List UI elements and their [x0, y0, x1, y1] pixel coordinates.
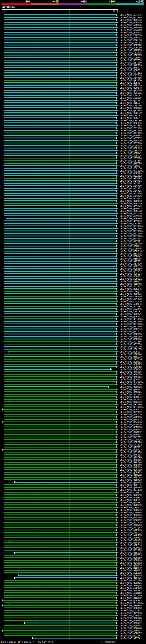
svg-text:UniRef100_Q6BS28: UniRef100_Q6BS28	[120, 356, 142, 358]
svg-text:UniRef100_C5FW18: UniRef100_C5FW18	[120, 614, 142, 617]
svg-text:UniRef100_C8CLR4: UniRef100_C8CLR4	[120, 117, 142, 120]
svg-text:UniRef100_B6DDR9: UniRef100_B6DDR9	[120, 567, 142, 569]
svg-text:172|: 172|	[113, 10, 118, 13]
svg-text:UniRef100_C4WSN2: UniRef100_C4WSN2	[120, 431, 142, 434]
svg-text:UniRef100_A7PXN6: UniRef100_A7PXN6	[120, 416, 142, 418]
svg-text:-: -	[34, 641, 35, 644]
svg-text:UniRef100_C5KTP9: UniRef100_C5KTP9	[120, 150, 142, 152]
svg-text:UniRef100_Q4UIP3: UniRef100_Q4UIP3	[120, 428, 142, 431]
svg-text:UniRef100_A8NSW2: UniRef100_A8NSW2	[120, 152, 142, 155]
svg-text:UniRef100_A9PCT0: UniRef100_A9PCT0	[120, 46, 142, 49]
svg-text:UniRef100_Q7RGK3: UniRef100_Q7RGK3	[120, 134, 142, 137]
svg-text:UniRef100_B9RPL9: UniRef100_B9RPL9	[120, 84, 142, 87]
svg-text:UniRef100_UPI000..: UniRef100_UPI000..	[120, 406, 145, 408]
svg-text:UniRef100_B0Z9L2: UniRef100_B0Z9L2	[120, 175, 142, 177]
svg-text:UniRef100_B5SXM2: UniRef100_B5SXM2	[120, 622, 142, 624]
svg-text:UniRef100_B0E639: UniRef100_B0E639	[120, 466, 142, 469]
svg-text:UniRef100_A3GFN6: UniRef100_A3GFN6	[120, 373, 142, 376]
svg-text:UniRef100_C0PQ62: UniRef100_C0PQ62	[120, 290, 142, 293]
svg-text:UniRef100_C5JM57: UniRef100_C5JM57	[120, 610, 142, 612]
svg-text:UniRef100_C4QWG6: UniRef100_C4QWG6	[120, 524, 142, 526]
svg-text:UniRef100_B2YI29: UniRef100_B2YI29	[120, 212, 142, 215]
svg-text:UniRef100_A7QDZ9: UniRef100_A7QDZ9	[120, 26, 142, 29]
svg-text:UniRef100_B6JUU0: UniRef100_B6JUU0	[120, 421, 142, 424]
svg-text:UniRef100_UPI000..: UniRef100_UPI000..	[120, 320, 145, 323]
svg-text:UniRef100_A5AW13: UniRef100_A5AW13	[120, 29, 142, 32]
svg-text:UniRef100_A9VAD3: UniRef100_A9VAD3	[120, 215, 142, 218]
svg-text:UniRef100_Q3THC7: UniRef100_Q3THC7	[120, 270, 142, 273]
svg-text:UniRef100_UPI000..: UniRef100_UPI000..	[120, 323, 145, 326]
svg-text:UniRef100_Q4GXL5: UniRef100_Q4GXL5	[120, 371, 142, 373]
svg-text:UniRef100_A6YM88: UniRef100_A6YM88	[120, 298, 142, 300]
svg-text:UniRef100_Q8ITB4: UniRef100_Q8ITB4	[120, 343, 142, 346]
svg-text:UniRef100_UPI000..: UniRef100_UPI000..	[120, 404, 145, 406]
svg-text:UniRef100_C4YCU4: UniRef100_C4YCU4	[120, 358, 142, 361]
svg-text:|1: |1	[2, 10, 5, 13]
svg-text:UniRef100_Q6EMI5: UniRef100_Q6EMI5	[120, 44, 142, 46]
svg-text:UniRef100_Q8I3T9: UniRef100_Q8I3T9	[120, 110, 142, 112]
svg-text:UniRef100_Q76KS9: UniRef100_Q76KS9	[120, 564, 142, 567]
svg-text:UniRef100_A5K9J0: UniRef100_A5K9J0	[120, 140, 142, 142]
svg-text:UniRef100_C1EE87: UniRef100_C1EE87	[120, 102, 142, 104]
svg-text:UniRef100_UPI000..: UniRef100_UPI000..	[120, 228, 145, 230]
svg-text:UniRef100_A5JVQ0: UniRef100_A5JVQ0	[120, 263, 142, 265]
svg-text:UniRef100_Q6F483: UniRef100_Q6F483	[120, 471, 142, 474]
svg-text:UniRef100_B0DK80: UniRef100_B0DK80	[120, 607, 142, 610]
svg-text:UniRef100_B5FXQ0: UniRef100_B5FXQ0	[120, 333, 142, 336]
svg-text:UniRef100_P62917: UniRef100_P62917	[120, 285, 142, 288]
svg-text:UniRef100_B8CCN2: UniRef100_B8CCN2	[120, 519, 142, 522]
svg-text:UniRef100_A6YM82: UniRef100_A6YM82	[120, 182, 142, 185]
svg-text:UniRef100_Q4PSL7: UniRef100_Q4PSL7	[120, 316, 142, 318]
svg-text:UniRef100_P41116: UniRef100_P41116	[120, 127, 142, 130]
svg-text:UniRef100_A9Z0M6: UniRef100_A9Z0M6	[120, 308, 142, 310]
svg-text:UniRef100_A4R955: UniRef100_A4R955	[120, 534, 142, 537]
svg-text:UniRef100_C6T5K7: UniRef100_C6T5K7	[120, 160, 142, 162]
svg-text:UniRef100_B0S6P5: UniRef100_B0S6P5	[120, 288, 142, 290]
svg-text:UniRef100_Q2I3E8: UniRef100_Q2I3E8	[120, 489, 142, 492]
svg-text:UniRef100_UPI000..: UniRef100_UPI000..	[120, 549, 145, 552]
svg-text:UniRef100_B6QG48: UniRef100_B6QG48	[120, 494, 142, 496]
svg-text:UniRef100_P29766: UniRef100_P29766	[120, 22, 142, 24]
svg-text:UniRef100_A6YM79: UniRef100_A6YM79	[120, 185, 142, 187]
svg-text:UniRef100_A7WQI0: UniRef100_A7WQI0	[120, 592, 142, 594]
svg-text:UniRef100_A7P133: UniRef100_A7P133	[120, 36, 142, 39]
svg-text:UniRef100_Q5I1D2: UniRef100_Q5I1D2	[120, 330, 142, 333]
svg-text:UniRef100_B6HMI5: UniRef100_B6HMI5	[120, 620, 142, 622]
svg-text:UniRef100_Q0QW23: UniRef100_Q0QW23	[120, 386, 142, 388]
svg-text:UniRef100_Q06B43: UniRef100_Q06B43	[120, 208, 142, 210]
svg-text:UniRef100_Q5K8Z3: UniRef100_Q5K8Z3	[120, 600, 142, 602]
svg-text:UniRef100_C1BVS9: UniRef100_C1BVS9	[120, 296, 142, 298]
svg-text:(in Query)/: (in Query)/	[19, 641, 34, 644]
svg-text:UniRef100_B5Y3U9: UniRef100_B5Y3U9	[120, 522, 142, 524]
svg-text:UniRef100_C6TDL5: UniRef100_C6TDL5	[120, 142, 142, 144]
svg-text:UniRef100_Q6P0V6: UniRef100_Q6P0V6	[120, 293, 142, 296]
svg-text:UniRef100_C8CLR3: UniRef100_C8CLR3	[120, 42, 142, 44]
svg-text:UniRef100_C8CLR2: UniRef100_C8CLR2	[120, 94, 142, 97]
svg-text:UniRef100_Q4GXL4: UniRef100_Q4GXL4	[120, 454, 142, 456]
svg-text:UniRef100_A6YM83: UniRef100_A6YM83	[120, 180, 142, 182]
svg-text:UniRef100_A6YM87: UniRef100_A6YM87	[120, 137, 142, 140]
svg-text:UniRef100_B4LDV0: UniRef100_B4LDV0	[120, 461, 142, 464]
svg-text:UniRef100_Q8MUE8: UniRef100_Q8MUE8	[120, 426, 142, 428]
svg-text:UniRef100_B6QG47: UniRef100_B6QG47	[120, 496, 142, 499]
svg-text:20%: 20%	[25, 0, 30, 4]
svg-text:UniRef100_B8NRH6: UniRef100_B8NRH6	[120, 559, 142, 562]
svg-text:UniRef100_A7S5T9: UniRef100_A7S5T9	[120, 177, 142, 180]
svg-text:UniRef100_C8CLR8: UniRef100_C8CLR8	[120, 39, 142, 42]
svg-text:UniRef100_B9ZYX7: UniRef100_B9ZYX7	[120, 635, 142, 637]
svg-text:UniRef100_C4JND2: UniRef100_C4JND2	[120, 444, 142, 446]
svg-text:UniRef100_Q5BZD1: UniRef100_Q5BZD1	[120, 69, 142, 72]
svg-text:UniRef100_B4DVG7: UniRef100_B4DVG7	[120, 280, 142, 283]
svg-text:UniRef100_B4FJS6: UniRef100_B4FJS6	[120, 64, 142, 67]
svg-text:UniRef100_C1BKP9: UniRef100_C1BKP9	[120, 242, 142, 245]
svg-text:UniRef100_UPI000..: UniRef100_UPI000..	[120, 230, 145, 232]
svg-text:UniRef100_A1C9X7: UniRef100_A1C9X7	[120, 590, 142, 592]
svg-text:UniRef100_Q6ED36: UniRef100_Q6ED36	[120, 552, 142, 554]
svg-text:UniRef100_C8CLR0: UniRef100_C8CLR0	[120, 120, 142, 122]
svg-text:UniRef100_A8PGR7: UniRef100_A8PGR7	[120, 630, 142, 632]
svg-text:UniRef100_B5DGW6: UniRef100_B5DGW6	[120, 258, 142, 260]
svg-text:UniRef100_C8CLS3: UniRef100_C8CLS3	[120, 210, 142, 212]
svg-text:UniRef100_A9YZV1: UniRef100_A9YZV1	[120, 637, 142, 640]
svg-text:UniRef100_Q2HRD6: UniRef100_Q2HRD6	[120, 49, 142, 52]
svg-text:UniRef100_C0SG66: UniRef100_C0SG66	[120, 514, 142, 516]
